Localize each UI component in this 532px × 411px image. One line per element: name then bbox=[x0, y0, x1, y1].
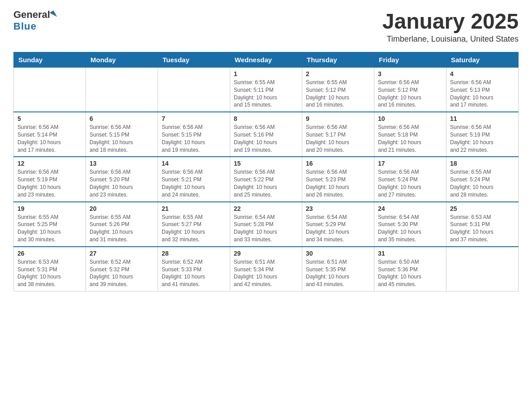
day-info: Sunrise: 6:56 AM Sunset: 5:22 PM Dayligh… bbox=[234, 168, 298, 198]
table-row: 31Sunrise: 6:50 AM Sunset: 5:36 PM Dayli… bbox=[374, 247, 446, 291]
table-row: 17Sunrise: 6:56 AM Sunset: 5:24 PM Dayli… bbox=[374, 157, 446, 201]
day-number: 17 bbox=[378, 160, 442, 167]
day-number: 10 bbox=[378, 115, 442, 122]
table-row: 25Sunrise: 6:53 AM Sunset: 5:31 PM Dayli… bbox=[446, 202, 519, 247]
day-info: Sunrise: 6:55 AM Sunset: 5:24 PM Dayligh… bbox=[450, 168, 515, 198]
day-info: Sunrise: 6:56 AM Sunset: 5:15 PM Dayligh… bbox=[162, 124, 226, 154]
day-info: Sunrise: 6:56 AM Sunset: 5:15 PM Dayligh… bbox=[90, 124, 154, 154]
table-row: 1Sunrise: 6:55 AM Sunset: 5:11 PM Daylig… bbox=[230, 68, 302, 112]
day-info: Sunrise: 6:52 AM Sunset: 5:32 PM Dayligh… bbox=[90, 258, 154, 288]
table-row: 6Sunrise: 6:56 AM Sunset: 5:15 PM Daylig… bbox=[86, 112, 158, 157]
day-number: 15 bbox=[234, 160, 298, 167]
day-info: Sunrise: 6:55 AM Sunset: 5:11 PM Dayligh… bbox=[234, 79, 298, 109]
table-row bbox=[14, 68, 86, 112]
day-info: Sunrise: 6:55 AM Sunset: 5:26 PM Dayligh… bbox=[90, 214, 154, 244]
table-row: 21Sunrise: 6:55 AM Sunset: 5:27 PM Dayli… bbox=[158, 202, 230, 247]
day-number: 29 bbox=[234, 250, 298, 257]
day-info: Sunrise: 6:54 AM Sunset: 5:29 PM Dayligh… bbox=[306, 214, 370, 244]
day-number: 6 bbox=[90, 115, 154, 122]
col-tuesday: Tuesday bbox=[158, 52, 230, 68]
day-number: 18 bbox=[450, 160, 515, 167]
day-number: 23 bbox=[306, 205, 370, 212]
day-info: Sunrise: 6:56 AM Sunset: 5:13 PM Dayligh… bbox=[450, 79, 515, 109]
col-wednesday: Wednesday bbox=[230, 52, 302, 68]
table-row: 16Sunrise: 6:56 AM Sunset: 5:23 PM Dayli… bbox=[302, 157, 374, 201]
table-row: 18Sunrise: 6:55 AM Sunset: 5:24 PM Dayli… bbox=[446, 157, 519, 201]
day-info: Sunrise: 6:51 AM Sunset: 5:35 PM Dayligh… bbox=[306, 258, 370, 288]
table-row: 10Sunrise: 6:56 AM Sunset: 5:18 PM Dayli… bbox=[374, 112, 446, 157]
day-info: Sunrise: 6:50 AM Sunset: 5:36 PM Dayligh… bbox=[378, 258, 442, 288]
day-number: 20 bbox=[90, 205, 154, 212]
page-header: General Blue January 2025 Timberlane, Lo… bbox=[13, 9, 519, 44]
day-number: 9 bbox=[306, 115, 370, 122]
calendar-table: Sunday Monday Tuesday Wednesday Thursday… bbox=[13, 52, 519, 291]
table-row: 23Sunrise: 6:54 AM Sunset: 5:29 PM Dayli… bbox=[302, 202, 374, 247]
day-info: Sunrise: 6:56 AM Sunset: 5:12 PM Dayligh… bbox=[378, 79, 442, 109]
day-info: Sunrise: 6:53 AM Sunset: 5:31 PM Dayligh… bbox=[17, 258, 82, 288]
col-monday: Monday bbox=[86, 52, 158, 68]
day-number: 26 bbox=[17, 250, 82, 257]
day-info: Sunrise: 6:55 AM Sunset: 5:25 PM Dayligh… bbox=[17, 214, 82, 244]
day-number: 11 bbox=[450, 115, 515, 122]
table-row: 28Sunrise: 6:52 AM Sunset: 5:33 PM Dayli… bbox=[158, 247, 230, 291]
calendar-week-row: 12Sunrise: 6:56 AM Sunset: 5:19 PM Dayli… bbox=[14, 157, 519, 201]
day-number: 21 bbox=[162, 205, 226, 212]
day-info: Sunrise: 6:55 AM Sunset: 5:27 PM Dayligh… bbox=[162, 214, 226, 244]
day-number: 12 bbox=[17, 160, 82, 167]
day-info: Sunrise: 6:56 AM Sunset: 5:17 PM Dayligh… bbox=[306, 124, 370, 154]
col-sunday: Sunday bbox=[14, 52, 86, 68]
day-number: 14 bbox=[162, 160, 226, 167]
day-number: 22 bbox=[234, 205, 298, 212]
day-info: Sunrise: 6:56 AM Sunset: 5:16 PM Dayligh… bbox=[234, 124, 298, 154]
day-number: 30 bbox=[306, 250, 370, 257]
day-info: Sunrise: 6:56 AM Sunset: 5:24 PM Dayligh… bbox=[378, 168, 442, 198]
table-row: 8Sunrise: 6:56 AM Sunset: 5:16 PM Daylig… bbox=[230, 112, 302, 157]
day-info: Sunrise: 6:53 AM Sunset: 5:31 PM Dayligh… bbox=[450, 214, 515, 244]
calendar-week-row: 26Sunrise: 6:53 AM Sunset: 5:31 PM Dayli… bbox=[14, 247, 519, 291]
table-row: 15Sunrise: 6:56 AM Sunset: 5:22 PM Dayli… bbox=[230, 157, 302, 201]
day-info: Sunrise: 6:56 AM Sunset: 5:19 PM Dayligh… bbox=[17, 168, 82, 198]
calendar-week-row: 19Sunrise: 6:55 AM Sunset: 5:25 PM Dayli… bbox=[14, 202, 519, 247]
day-number: 28 bbox=[162, 250, 226, 257]
table-row bbox=[86, 68, 158, 112]
day-number: 3 bbox=[378, 70, 442, 77]
col-thursday: Thursday bbox=[302, 52, 374, 68]
logo: General Blue bbox=[13, 9, 56, 32]
table-row: 20Sunrise: 6:55 AM Sunset: 5:26 PM Dayli… bbox=[86, 202, 158, 247]
day-info: Sunrise: 6:54 AM Sunset: 5:30 PM Dayligh… bbox=[378, 214, 442, 244]
day-number: 31 bbox=[378, 250, 442, 257]
day-info: Sunrise: 6:56 AM Sunset: 5:19 PM Dayligh… bbox=[450, 124, 515, 154]
table-row: 14Sunrise: 6:56 AM Sunset: 5:21 PM Dayli… bbox=[158, 157, 230, 201]
calendar-title: January 2025 bbox=[382, 9, 519, 34]
table-row: 29Sunrise: 6:51 AM Sunset: 5:34 PM Dayli… bbox=[230, 247, 302, 291]
table-row: 22Sunrise: 6:54 AM Sunset: 5:28 PM Dayli… bbox=[230, 202, 302, 247]
table-row: 26Sunrise: 6:53 AM Sunset: 5:31 PM Dayli… bbox=[14, 247, 86, 291]
calendar-week-row: 1Sunrise: 6:55 AM Sunset: 5:11 PM Daylig… bbox=[14, 68, 519, 112]
logo-general-text: General bbox=[13, 9, 50, 21]
day-info: Sunrise: 6:56 AM Sunset: 5:18 PM Dayligh… bbox=[378, 124, 442, 154]
table-row bbox=[446, 247, 519, 291]
logo-blue-text: Blue bbox=[13, 21, 37, 32]
table-row: 27Sunrise: 6:52 AM Sunset: 5:32 PM Dayli… bbox=[86, 247, 158, 291]
day-number: 7 bbox=[162, 115, 226, 122]
table-row: 19Sunrise: 6:55 AM Sunset: 5:25 PM Dayli… bbox=[14, 202, 86, 247]
day-info: Sunrise: 6:56 AM Sunset: 5:20 PM Dayligh… bbox=[90, 168, 154, 198]
day-info: Sunrise: 6:56 AM Sunset: 5:14 PM Dayligh… bbox=[17, 124, 82, 154]
calendar-header-row: Sunday Monday Tuesday Wednesday Thursday… bbox=[14, 52, 519, 68]
table-row: 7Sunrise: 6:56 AM Sunset: 5:15 PM Daylig… bbox=[158, 112, 230, 157]
calendar-location: Timberlane, Louisiana, United States bbox=[382, 34, 519, 44]
day-number: 13 bbox=[90, 160, 154, 167]
day-number: 24 bbox=[378, 205, 442, 212]
day-info: Sunrise: 6:51 AM Sunset: 5:34 PM Dayligh… bbox=[234, 258, 298, 288]
day-number: 5 bbox=[17, 115, 82, 122]
day-info: Sunrise: 6:54 AM Sunset: 5:28 PM Dayligh… bbox=[234, 214, 298, 244]
day-info: Sunrise: 6:52 AM Sunset: 5:33 PM Dayligh… bbox=[162, 258, 226, 288]
day-number: 16 bbox=[306, 160, 370, 167]
table-row: 11Sunrise: 6:56 AM Sunset: 5:19 PM Dayli… bbox=[446, 112, 519, 157]
day-number: 19 bbox=[17, 205, 82, 212]
day-info: Sunrise: 6:56 AM Sunset: 5:23 PM Dayligh… bbox=[306, 168, 370, 198]
table-row bbox=[158, 68, 230, 112]
day-number: 2 bbox=[306, 70, 370, 77]
table-row: 2Sunrise: 6:55 AM Sunset: 5:12 PM Daylig… bbox=[302, 68, 374, 112]
table-row: 5Sunrise: 6:56 AM Sunset: 5:14 PM Daylig… bbox=[14, 112, 86, 157]
